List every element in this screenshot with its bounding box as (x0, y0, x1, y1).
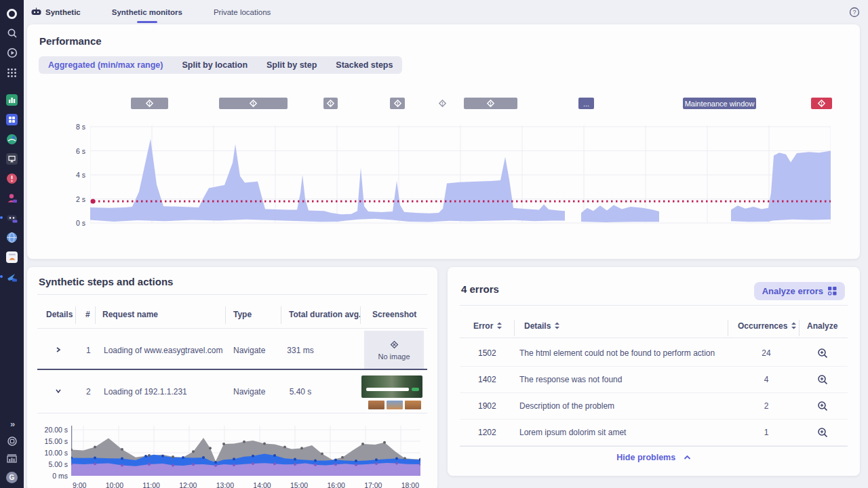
app-deployment-icon[interactable] (5, 270, 19, 283)
event-marker-icon[interactable] (436, 98, 448, 109)
collapse-row-icon[interactable] (52, 385, 64, 397)
target-icon[interactable] (5, 434, 19, 448)
app-sidebar: » G (0, 0, 24, 488)
performance-panel: Performance Aggregated (min/max range) S… (27, 24, 860, 259)
help-icon[interactable]: ? (849, 7, 860, 18)
event-marker-bar[interactable] (131, 98, 168, 109)
table-row-error[interactable]: 1402The response was not found4 (460, 367, 848, 393)
step-duration-chart[interactable] (71, 422, 420, 479)
analyze-error-icon[interactable] (812, 425, 833, 440)
analyze-error-icon[interactable] (812, 399, 833, 413)
tab-synthetic-monitors[interactable]: Synthetic monitors (112, 8, 182, 16)
errors-table-header: Error Details Occurrences Analyze (460, 319, 848, 338)
table-row-error[interactable]: 1202Lorem ipsum dolorim sit amet1 (460, 420, 848, 446)
step-duration: 5.40 s (268, 387, 333, 396)
tab-split-by-step[interactable]: Split by step (257, 56, 326, 74)
performance-chart-y-axis: 8 s6 s4 s2 s0 s (54, 122, 85, 229)
table-row-step-2[interactable]: 2 Loading of 192.1.1.231 Navigate 5.40 s (37, 371, 427, 413)
analyze-error-icon[interactable] (812, 372, 833, 387)
performance-chart[interactable] (90, 122, 831, 229)
synthetic-bot-icon (31, 7, 41, 18)
app-host-monitor-icon[interactable] (5, 152, 19, 165)
chart-view-tabs: Aggregated (min/max range) Split by loca… (39, 56, 402, 74)
no-image-icon (389, 339, 400, 350)
table-row-error[interactable]: 1502The html element could not be found … (460, 340, 848, 367)
tab-private-locations[interactable]: Private locations (214, 8, 271, 16)
col-details: Details (46, 310, 73, 319)
chart-report-icon[interactable] (5, 452, 19, 466)
no-screenshot-placeholder[interactable]: No image (364, 331, 424, 369)
collapse-sidebar-icon[interactable]: » (5, 417, 19, 430)
sort-icon[interactable] (791, 322, 797, 331)
table-row-error[interactable]: 1902Description of the problem2 (460, 393, 848, 420)
screenshot-mini-thumbnail[interactable] (368, 401, 384, 409)
user-avatar[interactable]: G (5, 470, 19, 484)
app-grid-icon[interactable] (5, 66, 19, 79)
dynatrace-logo-icon[interactable] (5, 7, 19, 20)
step-chart-x-axis: 9:0010:0011:0012:0013:0014:0015:0016:001… (71, 481, 420, 488)
playback-icon[interactable] (5, 46, 19, 60)
error-code: 1202 (478, 428, 496, 437)
hide-problems-link[interactable]: Hide problems (448, 453, 860, 462)
col-request-name: Request name (102, 310, 158, 319)
chevron-up-icon (684, 455, 691, 460)
event-marker-bar[interactable] (323, 98, 338, 109)
open-with-grid-icon (828, 287, 837, 296)
tab-aggregated[interactable]: Aggregated (min/max range) (39, 56, 172, 74)
col-analyze: Analyze (807, 321, 837, 331)
svg-text:?: ? (852, 9, 856, 16)
error-occurrences: 4 (745, 375, 788, 384)
error-occurrences: 1 (745, 428, 788, 437)
app-user-sessions-icon[interactable] (5, 191, 19, 205)
error-details: The response was not found (519, 375, 622, 384)
app-blue-grid-icon[interactable] (5, 113, 19, 126)
tab-split-by-location[interactable]: Split by location (172, 56, 257, 74)
step-type: Navigate (233, 346, 265, 355)
screenshot-thumbnail[interactable] (361, 375, 422, 398)
app-problems-icon[interactable] (5, 171, 19, 185)
sort-icon[interactable] (496, 322, 502, 331)
step-type: Navigate (233, 387, 265, 396)
event-marker-bar[interactable] (464, 98, 517, 109)
tab-stacked-steps[interactable]: Stacked steps (326, 56, 402, 74)
error-details: Lorem ipsum dolorim sit amet (519, 428, 626, 437)
error-details: The html element could not be found to p… (519, 348, 715, 358)
error-code: 1402 (478, 375, 496, 384)
analyze-errors-button[interactable]: Analyze errors (754, 282, 845, 300)
performance-title: Performance (39, 35, 102, 47)
app-green-chart-icon[interactable] (5, 93, 19, 106)
analyze-error-icon[interactable] (812, 346, 833, 361)
step-number: 1 (86, 346, 91, 355)
step-name: Loading of www.easygtravel.com (104, 346, 222, 355)
event-marker-collapsed[interactable]: ... (578, 98, 594, 109)
col-error: Error (473, 321, 502, 331)
error-event-marker[interactable] (811, 98, 832, 109)
col-occurrences: Occurrences (738, 321, 797, 331)
steps-table-header: Details # Request name Type Total durati… (37, 305, 427, 325)
synthetic-monitor-page: { "topnav": { "app_label": "Synthetic", … (0, 0, 868, 488)
app-synthetic-bot-icon[interactable] (5, 211, 19, 224)
sort-icon[interactable] (554, 322, 560, 331)
app-files-icon[interactable] (5, 250, 19, 264)
maintenance-window-marker[interactable]: Maintenance window (683, 98, 756, 109)
app-globe-icon[interactable] (5, 230, 19, 244)
app-teal-globe-icon[interactable] (5, 132, 19, 146)
col-type: Type (233, 310, 252, 319)
col-duration: Total duration avg. (289, 310, 361, 319)
event-marker-bar[interactable] (390, 98, 405, 109)
screenshot-mini-thumbnail[interactable] (405, 401, 421, 409)
event-marker-bar[interactable] (219, 98, 288, 109)
errors-panel: 4 errors Analyze errors Error Details Oc… (448, 267, 860, 476)
error-occurrences: 2 (745, 401, 788, 411)
app-label: Synthetic (45, 8, 81, 16)
app-switcher-synthetic[interactable]: Synthetic (31, 7, 81, 18)
error-code: 1502 (478, 348, 496, 358)
expand-row-icon[interactable] (52, 344, 64, 356)
table-row-step-1[interactable]: 1 Loading of www.easygtravel.com Navigat… (37, 329, 427, 370)
col-number: # (85, 310, 90, 319)
screenshot-mini-thumbnail[interactable] (387, 401, 403, 409)
col-screenshot: Screenshot (372, 310, 416, 319)
step-chart-y-axis: 20.00 s15.00 s10.00 s5.00 s0 ms (33, 422, 68, 479)
errors-title: 4 errors (461, 283, 499, 295)
search-icon[interactable] (5, 26, 19, 40)
